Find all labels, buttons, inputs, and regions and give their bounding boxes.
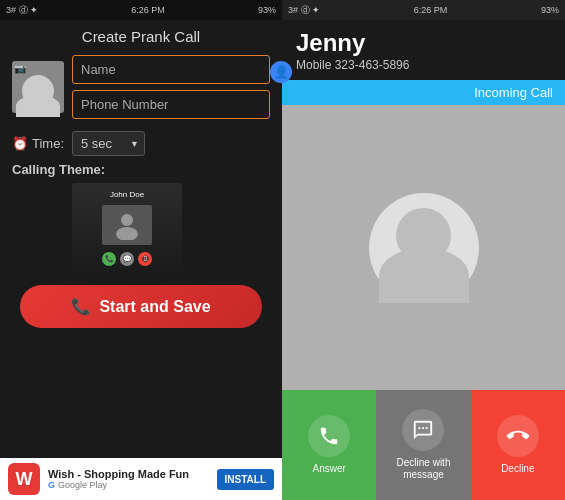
caller-number: Mobile 323-463-5896	[296, 58, 551, 72]
svg-point-0	[121, 214, 133, 226]
caller-name: Jenny	[296, 30, 551, 56]
calling-theme-label: Calling Theme:	[12, 162, 270, 177]
install-button[interactable]: INSTALL	[217, 469, 274, 490]
theme-preview-img	[102, 205, 152, 245]
phone-icon: 📞	[71, 297, 91, 316]
ad-title: Wish - Shopping Made Fun	[48, 468, 209, 480]
incoming-call-bar: Incoming Call	[282, 80, 565, 105]
right-status-icons: 93%	[541, 5, 559, 15]
caller-avatar-body	[379, 248, 469, 303]
phone-input[interactable]	[72, 90, 270, 119]
right-status-left: 3# ⓓ ✦	[288, 4, 320, 17]
decline-msg-label: Decline with message	[376, 457, 470, 481]
caller-avatar	[369, 193, 479, 303]
left-status-icons: 93%	[258, 5, 276, 15]
svg-point-1	[116, 227, 138, 240]
answer-button[interactable]: Answer	[282, 390, 376, 500]
left-panel: 3# ⓓ ✦ 6:26 PM 93% Create Prank Call 📷 👤…	[0, 0, 282, 500]
theme-answer-btn: 📞	[102, 252, 116, 266]
time-row: ⏰ Time: 5 sec 10 sec 15 sec 30 sec	[12, 131, 270, 156]
start-save-label: Start and Save	[99, 298, 210, 316]
theme-preview-actions: 📞 💬 📵	[102, 252, 152, 266]
camera-icon: 📷	[14, 63, 26, 74]
decline-msg-icon	[402, 409, 444, 451]
google-logo: G	[48, 480, 55, 490]
page-title: Create Prank Call	[0, 20, 282, 55]
call-actions: Answer Decline with message Decline	[282, 390, 565, 500]
left-status-bar: 3# ⓓ ✦ 6:26 PM 93%	[0, 0, 282, 20]
create-prank-form: 📷 👤 ⏰ Time: 5 sec 10 sec 15 sec 30 sec	[0, 55, 282, 156]
caller-photo	[282, 105, 565, 390]
decline-icon	[497, 415, 539, 457]
avatar-row: 📷 👤	[12, 55, 270, 119]
right-status-time: 6:26 PM	[414, 5, 448, 15]
answer-icon	[308, 415, 350, 457]
decline-label: Decline	[501, 463, 534, 475]
left-status-left: 3# ⓓ ✦	[6, 4, 38, 17]
theme-preview-name: John Doe	[110, 190, 144, 199]
right-status-bar: 3# ⓓ ✦ 6:26 PM 93%	[282, 0, 565, 20]
contact-picker-icon[interactable]: 👤	[270, 61, 292, 83]
time-select-wrap: 5 sec 10 sec 15 sec 30 sec	[72, 131, 145, 156]
name-input-wrap: 👤	[72, 55, 270, 119]
avatar-upload[interactable]: 📷	[12, 61, 64, 113]
avatar-person-shape	[22, 75, 54, 107]
decline-with-message-button[interactable]: Decline with message	[376, 390, 470, 500]
alarm-icon: ⏰	[12, 136, 28, 151]
ad-banner: W Wish - Shopping Made Fun G Google Play…	[0, 458, 282, 500]
theme-decline-btn: 📵	[138, 252, 152, 266]
right-panel: 3# ⓓ ✦ 6:26 PM 93% Jenny Mobile 323-463-…	[282, 0, 565, 500]
decline-button[interactable]: Decline	[471, 390, 565, 500]
left-status-time: 6:26 PM	[131, 5, 165, 15]
calling-theme-section: Calling Theme: John Doe 📞 💬 📵	[0, 162, 282, 273]
theme-msg-btn: 💬	[120, 252, 134, 266]
name-input[interactable]	[72, 55, 270, 84]
start-save-button[interactable]: 📞 Start and Save	[20, 285, 262, 328]
answer-label: Answer	[312, 463, 345, 475]
ad-sub: G Google Play	[48, 480, 209, 490]
ad-logo: W	[8, 463, 40, 495]
theme-preview[interactable]: John Doe 📞 💬 📵	[72, 183, 182, 273]
time-label: ⏰ Time:	[12, 136, 64, 151]
caller-info: Jenny Mobile 323-463-5896	[282, 20, 565, 80]
time-select[interactable]: 5 sec 10 sec 15 sec 30 sec	[72, 131, 145, 156]
ad-text-block: Wish - Shopping Made Fun G Google Play	[48, 468, 209, 490]
